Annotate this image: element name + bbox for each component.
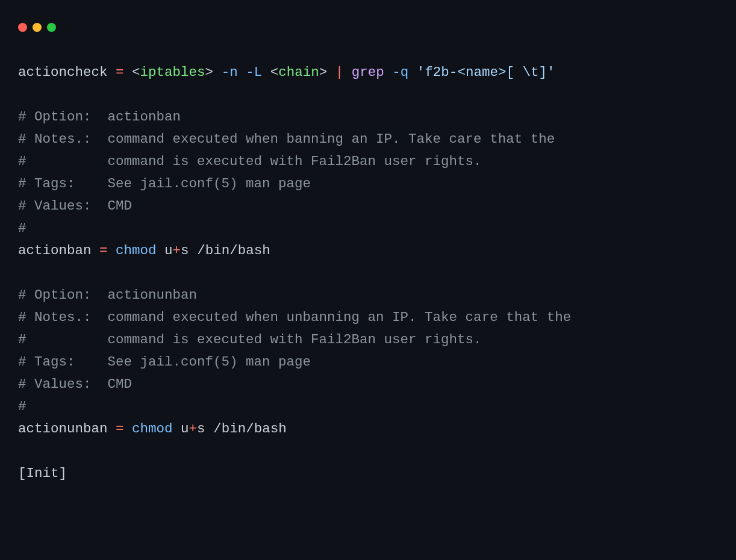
arg: s xyxy=(181,243,189,258)
comment-line: # command is executed with Fail2Ban user… xyxy=(18,154,482,169)
tag-chain: chain xyxy=(278,64,319,80)
flag-L: -L xyxy=(246,64,262,80)
comment-line: # Values: CMD xyxy=(18,376,132,392)
window-titlebar xyxy=(0,18,736,36)
arg: s xyxy=(197,421,205,437)
plus-operator: + xyxy=(189,421,198,437)
string-quote-close: ' xyxy=(547,64,555,80)
plus-operator: + xyxy=(173,243,181,258)
space xyxy=(408,64,417,80)
arg: u xyxy=(181,421,189,437)
cmd-grep: grep xyxy=(352,64,384,80)
space xyxy=(327,64,335,80)
equals-sign: = xyxy=(108,421,133,437)
equals-sign: = xyxy=(92,243,116,258)
space xyxy=(189,243,198,258)
minimize-icon[interactable] xyxy=(33,23,42,32)
space xyxy=(262,64,270,80)
tag-iptables: iptables xyxy=(140,64,205,80)
space xyxy=(384,64,393,80)
path: /bin/bash xyxy=(197,243,270,258)
cmd-chmod: chmod xyxy=(132,421,173,437)
comment-line: # xyxy=(18,220,27,236)
close-icon[interactable] xyxy=(18,23,27,32)
comment-line: # Tags: See jail.conf(5) man page xyxy=(18,176,311,191)
string-tag-name: name xyxy=(466,64,498,80)
angle-close: > xyxy=(319,64,328,80)
angle-open: < xyxy=(270,64,279,80)
pipe-operator: | xyxy=(335,64,344,80)
space xyxy=(238,64,246,80)
angle-close: > xyxy=(205,64,214,80)
space xyxy=(173,421,181,437)
comment-line: # Values: CMD xyxy=(18,198,132,214)
comment-line: # xyxy=(18,399,27,414)
space xyxy=(205,421,214,437)
string-angle-open: < xyxy=(457,64,466,80)
string-quote-open: ' xyxy=(417,64,425,80)
space xyxy=(343,64,352,80)
terminal-window: actioncheck = <iptables> -n -L <chain> |… xyxy=(0,0,736,560)
cmd-chmod: chmod xyxy=(116,243,157,258)
flag-n: -n xyxy=(222,64,238,80)
space xyxy=(213,64,222,80)
comment-line: # Option: actionunban xyxy=(18,287,197,303)
string-part: [ \t] xyxy=(506,64,547,80)
flag-q: -q xyxy=(392,64,408,80)
config-key-actionunban: actionunban xyxy=(18,421,108,437)
string-angle-close: > xyxy=(498,64,507,80)
comment-line: # command is executed with Fail2Ban user… xyxy=(18,332,482,347)
space xyxy=(157,243,165,258)
config-key-actionban: actionban xyxy=(18,243,92,258)
comment-line: # Option: actionban xyxy=(18,109,181,125)
string-part: f2b- xyxy=(425,64,457,80)
config-key-actioncheck: actioncheck xyxy=(18,64,108,80)
equals-sign: = xyxy=(108,64,133,80)
ini-section-init: [Init] xyxy=(18,465,67,481)
comment-line: # Notes.: command executed when banning … xyxy=(18,131,555,147)
comment-line: # Notes.: command executed when unbannin… xyxy=(18,310,571,325)
arg: u xyxy=(164,243,173,258)
comment-line: # Tags: See jail.conf(5) man page xyxy=(18,354,311,370)
code-content: actioncheck = <iptables> -n -L <chain> |… xyxy=(0,36,736,485)
angle-open: < xyxy=(132,64,140,80)
maximize-icon[interactable] xyxy=(47,23,56,32)
path: /bin/bash xyxy=(213,421,287,437)
